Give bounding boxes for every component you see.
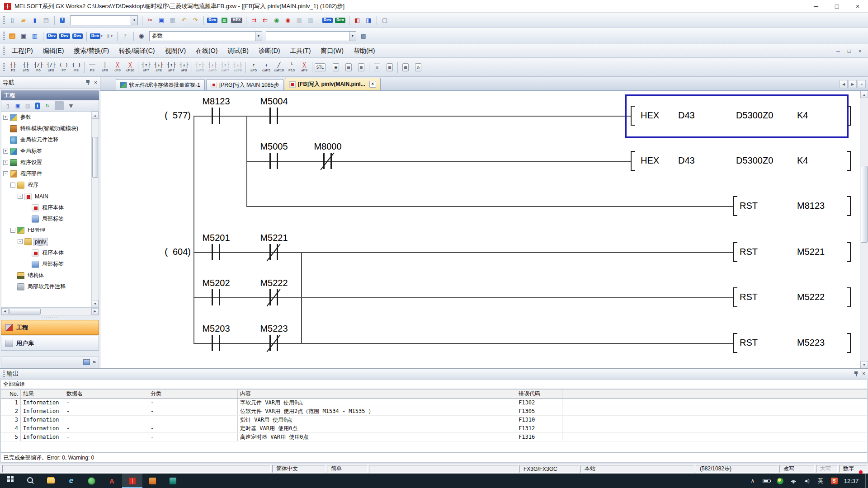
nav-filter-button[interactable]: ▼: [66, 101, 75, 110]
remote-operation-button[interactable]: ◉: [283, 15, 293, 25]
chevron-down-icon[interactable]: ▾: [131, 16, 137, 25]
device-display-button[interactable]: Dev▾: [90, 31, 103, 41]
panel-grip[interactable]: [3, 371, 5, 377]
minimize-button[interactable]: ─: [806, 0, 826, 12]
device-comment-list-button[interactable]: Dev: [46, 31, 58, 41]
instruction-operand[interactable]: M8123: [797, 201, 825, 211]
tree-expand-toggle[interactable]: +: [3, 115, 8, 120]
project-data-combo[interactable]: ▾: [70, 15, 138, 25]
tray-chevron-icon[interactable]: ∧: [746, 474, 760, 488]
module-configuration-button[interactable]: ▣: [19, 31, 29, 41]
contact-label[interactable]: M8123: [202, 96, 230, 107]
instruction-operand[interactable]: D43: [678, 155, 695, 166]
device-label-button[interactable]: Dev: [59, 31, 71, 41]
instruction-operand[interactable]: M5222: [797, 292, 825, 302]
chevron-down-icon[interactable]: ▾: [255, 32, 262, 41]
device-reference-button[interactable]: Dev: [72, 31, 84, 41]
pulse-nc-branch-button-2[interactable]: ┤↓├saF8: [231, 59, 244, 75]
gx-works2-taskbar-button[interactable]: [122, 474, 142, 488]
read-from-plc-button[interactable]: ⇇: [260, 15, 271, 25]
wifi-icon[interactable]: [787, 474, 800, 488]
vertical-line-button[interactable]: │sF9: [99, 59, 111, 75]
device-monitor-button[interactable]: ▥: [219, 15, 230, 25]
contact-label[interactable]: M5005: [260, 141, 288, 152]
nav-new-data-button[interactable]: ▯: [3, 101, 12, 110]
pin-icon[interactable]: [854, 371, 859, 377]
inline-st-button[interactable]: ▣: [330, 59, 342, 75]
connection-destination-icon[interactable]: [83, 359, 90, 365]
panel-close-icon[interactable]: ×: [862, 371, 865, 376]
verify-with-plc-button[interactable]: ◉: [272, 15, 282, 25]
start-button[interactable]: [0, 474, 20, 488]
edit-comment-button[interactable]: ▤: [342, 59, 355, 75]
cut-button[interactable]: ✂: [145, 15, 156, 25]
project-view-button[interactable]: 工程: [1, 320, 99, 335]
pulse-nc-branch-button-1[interactable]: ┤↑├saF7: [219, 59, 231, 75]
navigation-toggle-button[interactable]: ◫: [7, 31, 18, 41]
help-secondary-button[interactable]: ?: [120, 31, 131, 41]
tree-item[interactable]: 程序本体: [1, 247, 99, 258]
battery-icon[interactable]: [760, 474, 773, 488]
tab-device-buffer-monitor[interactable]: 软元件/缓冲存储器批量监视-1: [116, 79, 205, 90]
secondary-combo[interactable]: ▾: [266, 31, 356, 41]
tree-horizontal-scrollbar[interactable]: ◀ ▶: [1, 308, 99, 315]
instruction-opcode[interactable]: HEX: [641, 110, 659, 121]
edit-line-button[interactable]: └F10: [285, 59, 298, 75]
menubar-grip[interactable]: [3, 47, 5, 56]
app-teal-button[interactable]: [163, 474, 183, 488]
file-explorer-button[interactable]: [41, 474, 61, 488]
scrollbar-thumb[interactable]: [92, 137, 98, 178]
ime-indicator[interactable]: 英: [814, 474, 827, 488]
pulse-nc-button-2[interactable]: ┤↓├saF6: [206, 59, 219, 75]
maximize-button[interactable]: □: [826, 0, 847, 12]
table-row[interactable]: 1 Information - - 字软元件 VAR用 使用0点 F1302: [1, 399, 867, 407]
zoom-button[interactable]: ◎: [412, 59, 425, 75]
instruction-operand[interactable]: K4: [797, 155, 808, 166]
tree-item[interactable]: 局部标签: [1, 213, 99, 225]
menu-item[interactable]: 工具(T): [285, 44, 316, 57]
nav-paste-button[interactable]: ▤: [23, 101, 32, 110]
coil-button[interactable]: ( )F7: [57, 59, 70, 75]
open-contact-button[interactable]: ┤├F5: [7, 59, 19, 75]
docking-window-button[interactable]: ▥: [30, 31, 40, 41]
application-instruction-button[interactable]: { }F8: [70, 59, 83, 75]
open-branch-button[interactable]: ┤├sF5: [19, 59, 32, 75]
edit-note-button[interactable]: ▦: [371, 59, 383, 75]
scroll-left-icon[interactable]: ◀: [1, 308, 9, 315]
help-button[interactable]: ?: [57, 15, 68, 25]
scroll-right-icon[interactable]: ▶: [91, 308, 99, 315]
tree-vertical-scrollbar[interactable]: ▲ ▼: [91, 112, 99, 307]
rising-pulse-branch-button[interactable]: ┤↑├aF7: [165, 59, 178, 75]
monitor-disabled-button[interactable]: ▥: [294, 15, 305, 25]
tree-item[interactable]: 程序本体: [1, 202, 99, 213]
table-row[interactable]: 4 Information - - 定时器 VAR用 使用0点 F1312: [1, 424, 867, 433]
show-desktop-button[interactable]: [865, 474, 868, 488]
tree-item[interactable]: - FB管理: [1, 225, 99, 236]
table-row[interactable]: 2 Information - - 位软元件 VAR用 使用2点（范围 M153…: [1, 407, 867, 416]
tree-item[interactable]: - 程序部件: [1, 168, 99, 179]
paste-button[interactable]: ▦: [168, 15, 178, 25]
undo-button[interactable]: ↶: [179, 15, 189, 25]
falling-pulse-button[interactable]: ┤↓├sF8: [152, 59, 165, 75]
nav-copy-button[interactable]: ▣: [13, 101, 22, 110]
redo-button[interactable]: ↷: [190, 15, 201, 25]
tree-item[interactable]: 结构体: [1, 270, 99, 281]
copy-button[interactable]: ▣: [156, 15, 167, 25]
contact-label[interactable]: M5221: [260, 233, 288, 243]
menu-item[interactable]: 帮助(H): [349, 44, 380, 57]
monitor-window-button[interactable]: ▢: [380, 15, 390, 25]
tray-360-icon[interactable]: [773, 474, 787, 488]
editor-vertical-scrollbar[interactable]: ▲ ▼: [860, 91, 868, 368]
instruction-opcode[interactable]: RST: [740, 338, 758, 348]
buffer-memory-monitor-button[interactable]: HEX: [231, 15, 243, 25]
edit-statement-button[interactable]: ▥: [355, 59, 368, 75]
clock[interactable]: 12:37: [841, 474, 862, 488]
tree-item[interactable]: 局部软元件注释: [1, 281, 99, 292]
contact-label[interactable]: M5004: [260, 96, 288, 107]
horizontal-line-button[interactable]: ──F9: [86, 59, 99, 75]
user-library-button[interactable]: 用户库: [1, 336, 99, 351]
toolbar-grip[interactable]: [3, 63, 5, 72]
sogou-icon[interactable]: S: [827, 474, 841, 488]
print-button[interactable]: ▤: [41, 15, 52, 25]
delete-line-button[interactable]: ╳aF9: [298, 59, 311, 75]
